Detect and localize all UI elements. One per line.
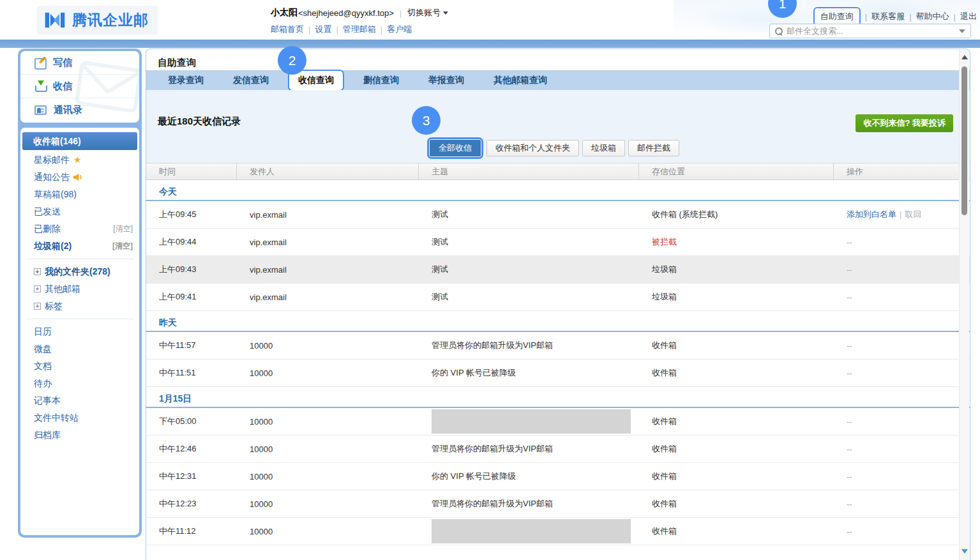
cell-actions: -- xyxy=(834,444,970,454)
table-row[interactable]: 上午09:43vip.exmail测试垃圾箱-- xyxy=(146,256,970,284)
filter-收件箱和个人文件夹[interactable]: 收件箱和个人文件夹 xyxy=(486,140,579,156)
cell-time: 中午11:57 xyxy=(146,340,237,351)
sidebar-item-inbox-selected[interactable]: 收件箱(146) xyxy=(22,132,137,150)
tab-举报查询[interactable]: 举报查询 xyxy=(428,75,464,86)
sidebar-item[interactable]: 记事本 xyxy=(20,392,139,409)
cell-actions: -- xyxy=(834,265,970,275)
sidebar-item[interactable]: 已发送 xyxy=(20,203,139,220)
sidebar-item[interactable]: 星标邮件★ xyxy=(20,151,139,169)
cell-actions: -- xyxy=(834,527,970,536)
sidebar-item[interactable]: 通知公告 xyxy=(20,169,139,186)
top-link[interactable]: 帮助中心 xyxy=(916,11,949,22)
sidebar-item[interactable]: +其他邮箱 xyxy=(20,280,139,298)
sidebar-item[interactable]: +我的文件夹(278) xyxy=(20,263,139,280)
filter-邮件拦截[interactable]: 邮件拦截 xyxy=(628,140,679,156)
cell-actions: -- xyxy=(834,472,970,481)
search-scope-dropdown-icon[interactable] xyxy=(959,29,965,33)
scroll-up-icon[interactable] xyxy=(961,55,968,59)
cell-actions: 添加到白名单|取回 xyxy=(834,209,970,220)
header-nav-link[interactable]: 邮箱首页 xyxy=(271,24,304,35)
table-row[interactable]: 中午12:4610000管理员将你的邮箱升级为VIP邮箱收件箱-- xyxy=(146,435,970,463)
cell-subject: 测试 xyxy=(419,291,639,303)
column-header: 主题 xyxy=(419,163,639,179)
sidebar-action-label: 写信 xyxy=(53,57,72,69)
sidebar-action-label: 收信 xyxy=(53,80,72,93)
sidebar-item-label: 我的文件夹(278) xyxy=(45,263,110,280)
sidebar-item[interactable]: 归档库 xyxy=(20,427,139,444)
expand-plus-icon[interactable]: + xyxy=(34,268,41,275)
sidebar-action-contacts[interactable]: 通讯录 xyxy=(20,98,139,122)
empty-folder-link[interactable]: [清空] xyxy=(113,220,133,238)
cell-sender: vip.exmail xyxy=(237,292,419,302)
sidebar-action-receive[interactable]: 收信 xyxy=(20,75,139,98)
header-divider-strip xyxy=(0,40,980,48)
table-row[interactable]: 中午12:2310000管理员将你的邮箱升级为VIP邮箱收件箱-- xyxy=(146,490,970,518)
sidebar-actions-panel: 写信收信通讯录 xyxy=(20,51,139,123)
search-input[interactable] xyxy=(787,26,959,36)
table-row[interactable]: 上午09:41vip.exmail测试垃圾箱-- xyxy=(146,284,970,311)
complaint-button[interactable]: 收不到来信? 我要投诉 xyxy=(856,114,953,132)
sidebar-item-label: 记事本 xyxy=(34,392,61,409)
empty-folder-link[interactable]: [清空] xyxy=(112,238,133,255)
sidebar-divider xyxy=(26,319,134,319)
sidebar-action-compose[interactable]: 写信 xyxy=(20,51,139,75)
sidebar-item[interactable]: 草稿箱(98) xyxy=(20,186,139,203)
header-nav-link[interactable]: 设置 xyxy=(315,24,331,35)
sidebar-item[interactable]: +标签 xyxy=(20,298,139,315)
action-muted: -- xyxy=(847,527,852,536)
cell-sender: 10000 xyxy=(237,368,419,378)
sidebar-item[interactable]: 微盘 xyxy=(20,340,139,358)
table-row[interactable]: 中午11:5110000你的 VIP 帐号已被降级收件箱-- xyxy=(146,359,970,387)
sidebar-item[interactable]: 日历 xyxy=(20,323,139,340)
top-link[interactable]: 联系客服 xyxy=(871,11,905,22)
switch-account-link[interactable]: 切换账号 xyxy=(407,7,448,19)
filter-垃圾箱[interactable]: 垃圾箱 xyxy=(582,140,625,156)
cell-sender: 10000 xyxy=(237,417,419,427)
expand-plus-icon[interactable]: + xyxy=(34,285,41,292)
action-muted: -- xyxy=(847,265,852,275)
action-link[interactable]: 添加到白名单 xyxy=(847,209,896,219)
action-muted: -- xyxy=(847,238,852,247)
tab-发信查询[interactable]: 发信查询 xyxy=(233,75,269,86)
header-nav-link[interactable]: 管理邮箱 xyxy=(343,24,376,35)
header-nav-link[interactable]: 客户端 xyxy=(387,24,412,35)
sidebar: 写信收信通讯录 收件箱(146)星标邮件★通知公告草稿箱(98)已发送已删除[清… xyxy=(18,49,142,538)
table-row[interactable]: 中午11:5710000管理员将你的邮箱升级为VIP邮箱收件箱-- xyxy=(146,332,970,359)
scroll-down-icon[interactable] xyxy=(961,549,968,554)
annotation-ring-step3: 全部收信 xyxy=(427,137,483,159)
user-name: 小太阳 xyxy=(271,7,298,19)
tab-删信查询[interactable]: 删信查询 xyxy=(363,75,399,86)
table-row[interactable]: 中午11:1210000收件箱-- xyxy=(146,518,970,545)
table-header: 时间发件人主题存信位置操作 xyxy=(146,163,970,180)
table-row[interactable]: 下午05:0010000收件箱-- xyxy=(146,408,970,435)
separator: | xyxy=(954,12,956,22)
sidebar-item[interactable]: 已删除[清空] xyxy=(20,220,139,238)
sidebar-item[interactable]: 文件中转站 xyxy=(20,409,139,427)
sidebar-item-label: 已删除 xyxy=(34,220,61,238)
action-muted: -- xyxy=(847,472,852,481)
table-row[interactable]: 中午12:3110000你的 VIP 帐号已被降级收件箱-- xyxy=(146,463,970,490)
tab-登录查询[interactable]: 登录查询 xyxy=(168,75,204,86)
mail-search-bar[interactable] xyxy=(769,24,971,38)
table-row[interactable]: 上午09:45vip.exmail测试收件箱 (系统拦截)添加到白名单|取回 xyxy=(146,201,970,229)
expand-plus-icon[interactable]: + xyxy=(34,303,41,310)
action-muted: -- xyxy=(847,417,852,427)
sidebar-item-label: 文档 xyxy=(34,358,52,375)
scrollbar-thumb[interactable] xyxy=(961,66,967,215)
action-muted: -- xyxy=(847,499,852,509)
table-row[interactable]: 上午09:44vip.exmail测试被拦截-- xyxy=(146,229,970,256)
sidebar-item-label: 归档库 xyxy=(34,427,61,444)
date-group-label: 今天 xyxy=(146,180,970,201)
sidebar-item[interactable]: 文档 xyxy=(20,358,139,375)
scrollbar[interactable] xyxy=(959,50,969,560)
tab-其他邮箱查询[interactable]: 其他邮箱查询 xyxy=(494,75,547,86)
separator: | xyxy=(336,25,338,34)
filter-全部收信[interactable]: 全部收信 xyxy=(430,140,481,156)
annotation-step-3: 3 xyxy=(412,106,441,135)
cell-subject: 管理员将你的邮箱升级为VIP邮箱 xyxy=(419,443,639,455)
speaker-icon xyxy=(73,173,82,181)
cell-actions: -- xyxy=(834,292,970,302)
sidebar-item[interactable]: 待办 xyxy=(20,375,139,392)
top-link[interactable]: 退出 xyxy=(960,11,977,22)
sidebar-item[interactable]: 垃圾箱(2)[清空] xyxy=(20,238,139,255)
